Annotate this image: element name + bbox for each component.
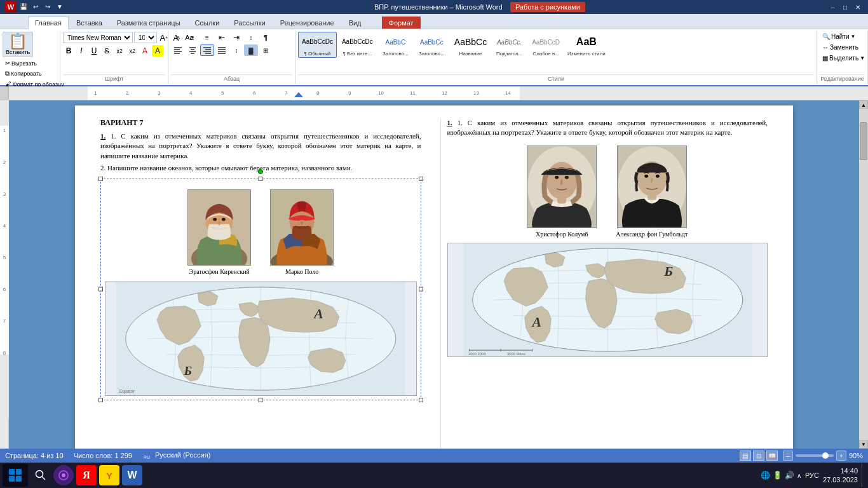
show-para-btn[interactable]: ¶ [259,32,273,43]
resize-handle-bl[interactable] [98,398,103,402]
portraits-left: Эратосфен Киренский [105,189,417,275]
language-tray[interactable]: РУС [805,471,819,479]
resize-handle-tr[interactable] [419,177,423,181]
resize-handle-ml[interactable] [98,287,103,292]
highlight-btn[interactable]: A [152,45,163,57]
resize-handle-mr[interactable] [419,287,423,292]
font-name-select[interactable]: Times New Roman [63,32,133,43]
style-zagolov2[interactable]: AaBbCc Заголово... [414,32,449,58]
tab-recenz[interactable]: Рецензирование [273,17,341,29]
style-podzag[interactable]: AaBbCc. Подзагол... [492,32,527,58]
find-button[interactable]: 🔍 Найти ▼ [820,32,858,41]
copy-button[interactable]: ⧉ Копировать [3,69,67,79]
undo-quick-btn[interactable]: ↩ [31,1,41,11]
show-desktop-btn[interactable] [862,464,865,487]
line-spacing-btn[interactable]: ↕ [229,44,243,56]
tab-rassylki[interactable]: Рассылки [227,17,272,29]
redo-quick-btn[interactable]: ↪ [43,1,53,11]
quick-access-toolbar[interactable]: W 💾 ↩ ↪ ▼ [5,1,65,13]
zoom-out-btn[interactable]: – [783,451,793,461]
zoom-in-btn[interactable]: + [836,451,846,461]
svg-text:RU: RU [144,455,150,459]
style-izmenenie[interactable]: АaВ Изменить стили [565,32,608,58]
font-group-label: Шрифт [63,74,165,83]
align-left-btn[interactable] [171,44,185,56]
view-normal-btn[interactable]: ▤ [740,451,751,461]
maximize-btn[interactable]: □ [840,2,850,12]
scroll-area[interactable]: ВАРИАНТ 7 1. 1. С каким из отмеченных ма… [9,100,859,449]
justify-btn[interactable] [215,44,229,56]
italic-btn[interactable]: I [76,45,87,57]
svg-text:Equator: Equator [119,389,135,394]
document-area: 1 2 3 4 5 6 7 8 ВАРИАНТ 7 1. 1. С каким … [0,100,868,449]
superscript-btn[interactable]: x2 [126,45,138,57]
strikethrough-btn[interactable]: S [101,45,112,57]
start-button[interactable] [3,464,28,487]
tab-ssylki[interactable]: Ссылки [188,17,227,29]
numbering-btn[interactable]: ≡ [186,32,200,43]
resize-handle-tm[interactable] [259,177,263,181]
paste-button[interactable]: 📋 Вставить [3,32,33,57]
style-zagolov1[interactable]: AaBbC Заголово... [378,32,413,58]
browser-btn2[interactable]: Y [99,465,119,485]
select-button[interactable]: ▦ Выделить ▼ [820,53,867,63]
ribbon-context-tab[interactable]: Работа с рисунками [510,2,585,12]
portrait-marco-polo: Марко Поло [270,189,334,275]
svg-text:5: 5 [221,90,224,96]
shading-btn[interactable]: ▓ [244,44,258,56]
tray-overflow[interactable]: ∧ [797,472,801,479]
office-button[interactable]: W [5,1,17,13]
bullets-btn[interactable]: ≡ [171,32,185,43]
page-info: Страница: 4 из 10 [5,452,64,459]
tab-format[interactable]: Формат [382,17,421,29]
font-color-btn[interactable]: A [139,45,151,57]
resize-handle-bm[interactable] [259,398,263,402]
cut-button[interactable]: ✂ Вырезать [3,58,67,68]
scroll-up-arrow[interactable]: ▲ [859,100,868,109]
style-slaboe[interactable]: AaBbCcD Слабое в... [528,32,564,58]
style-obychny[interactable]: AaBbCcDc ¶ Обычный [298,32,337,58]
close-btn[interactable]: ✕ [853,2,863,12]
tab-razmetka[interactable]: Разметка страницы [110,17,187,29]
rotation-handle[interactable] [258,169,263,174]
scroll-down-arrow[interactable]: ▼ [859,440,868,449]
tab-glavnaya[interactable]: Главная [28,17,69,29]
sort-btn[interactable]: ↕ [244,32,258,43]
font-size-select[interactable]: 10 [134,32,157,43]
borders-btn[interactable]: ⊞ [259,44,273,56]
bold-btn[interactable]: B [63,45,74,57]
resize-handle-br[interactable] [419,398,423,402]
clock[interactable]: 14:40 27.03.2023 [823,466,858,485]
minimize-btn[interactable]: – [827,2,837,12]
tab-vid[interactable]: Вид [342,17,369,29]
save-quick-btn[interactable]: 💾 [18,1,29,11]
yandex-btn[interactable]: Я [76,465,97,485]
replace-button[interactable]: ↔ Заменить [820,43,861,52]
word-taskbar-btn[interactable]: W [122,465,142,485]
svg-text:А: А [531,314,541,329]
indent-inc-btn[interactable]: ⇥ [229,32,243,43]
resize-handle-tl[interactable] [98,177,103,181]
scroll-track[interactable] [859,109,868,440]
align-right-btn[interactable] [200,44,214,56]
search-taskbar-btn[interactable] [31,465,51,485]
portrait-image-box-left[interactable]: Эратосфен Киренский [100,179,421,400]
view-buttons: ▤ ⊡ 📖 [740,451,778,461]
style-nazvanie[interactable]: AaBbCc Название [451,32,491,58]
underline-btn[interactable]: U [88,45,100,57]
view-layout-btn[interactable]: ⊡ [753,451,764,461]
align-center-btn[interactable] [186,44,200,56]
cortana-btn[interactable] [53,465,74,485]
multilevel-btn[interactable]: ≡ [200,32,214,43]
indent-dec-btn[interactable]: ⇤ [215,32,229,43]
zoom-thumb[interactable] [822,452,829,459]
scroll-thumb[interactable] [860,122,867,160]
svg-text:1: 1 [94,90,97,96]
style-bez-inte[interactable]: AaBbCcDc ¶ Без инте... [338,32,377,58]
zoom-slider[interactable] [796,454,834,457]
customize-quick-btn[interactable]: ▼ [55,1,65,11]
subscript-btn[interactable]: x2 [114,45,125,57]
tab-vstavka[interactable]: Вставка [69,17,109,29]
vertical-scrollbar[interactable]: ▲ ▼ [859,100,868,449]
view-reading-btn[interactable]: 📖 [766,451,778,461]
